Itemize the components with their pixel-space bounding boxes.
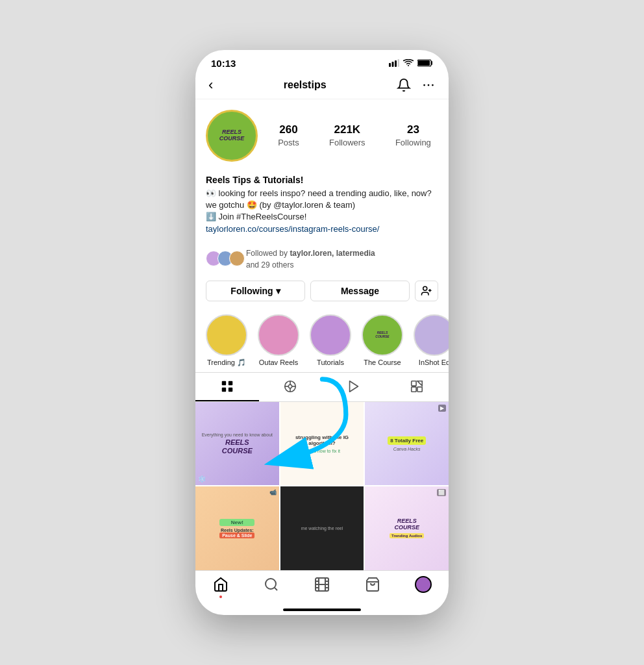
tab-tagged[interactable] <box>386 373 449 401</box>
bio-text: 👀 looking for reels inspo? need a trendi… <box>206 188 438 235</box>
grid-cell-1[interactable]: Everything you need to know about REELSC… <box>195 402 279 486</box>
highlight-circle-trending <box>206 314 247 356</box>
tab-row-container <box>195 372 449 402</box>
svg-rect-23 <box>412 381 416 385</box>
profile-header: REELS COURSE 260 Posts 221K Followers 23… <box>206 110 438 162</box>
svg-rect-3 <box>398 59 400 67</box>
home-dot <box>219 596 222 598</box>
highlights-row: Trending 🎵 Outav Reels Tutorials REELSCO… <box>195 309 449 372</box>
battery-icon <box>417 59 433 67</box>
svg-rect-5 <box>418 60 430 66</box>
home-indicator-bar <box>283 609 361 611</box>
reel-badge-4: 📹 <box>269 489 277 496</box>
nav-icons <box>397 78 436 92</box>
highlight-circle-course: REELSCOURSE <box>362 314 403 356</box>
svg-rect-15 <box>229 388 232 392</box>
stats-row: 260 Posts 221K Followers 23 Following <box>271 123 438 148</box>
home-indicator <box>195 606 449 615</box>
followed-by[interactable]: Followed by taylor.loren, latermediaand … <box>195 242 449 275</box>
bottom-nav-profile[interactable] <box>398 576 449 593</box>
svg-point-17 <box>289 384 293 388</box>
nav-bar: ‹ reelstips <box>195 71 449 99</box>
following-button[interactable]: Following ▾ <box>206 281 305 301</box>
bio-section: Reels Tips & Tutorials! 👀 looking for re… <box>195 175 449 242</box>
svg-rect-14 <box>222 388 226 392</box>
bell-icon[interactable] <box>397 78 411 92</box>
followers-stat[interactable]: 221K Followers <box>329 123 365 148</box>
svg-rect-25 <box>417 387 422 392</box>
tab-row <box>195 372 449 402</box>
grid-cell-6[interactable]: REELSCOURSE Trending Audios ⬜ <box>365 486 449 570</box>
svg-point-27 <box>266 579 276 589</box>
highlight-outav[interactable]: Outav Reels <box>258 314 299 367</box>
svg-point-8 <box>432 84 434 86</box>
svg-point-9 <box>423 286 427 290</box>
grid-cell-4[interactable]: New! Reels Updates: Pause & Slide 📹 <box>195 486 279 570</box>
following-label: Following <box>395 138 431 147</box>
bottom-nav-search[interactable] <box>246 576 297 593</box>
highlight-trending[interactable]: Trending 🎵 <box>206 314 247 367</box>
followers-label: Followers <box>329 138 365 147</box>
video-badge-3: ▶ <box>438 405 446 412</box>
svg-marker-22 <box>349 381 358 392</box>
svg-rect-12 <box>222 381 226 384</box>
multi-badge-6: ⬜ <box>437 489 446 496</box>
bottom-nav <box>195 570 449 606</box>
tab-reels[interactable] <box>259 373 323 401</box>
avatar[interactable]: REELS COURSE <box>206 110 258 162</box>
status-bar: 10:13 <box>195 50 449 71</box>
grid-section: Everything you need to know about REELSC… <box>195 402 449 570</box>
svg-rect-24 <box>412 387 416 392</box>
highlight-circle-tutorials <box>310 314 351 356</box>
phone-frame: 10:13 ‹ reelstips <box>195 50 449 615</box>
svg-rect-1 <box>392 62 394 67</box>
svg-line-28 <box>275 588 277 590</box>
svg-rect-2 <box>395 60 397 67</box>
tab-play[interactable] <box>322 373 386 401</box>
followed-by-text: Followed by taylor.loren, latermediaand … <box>246 247 375 270</box>
highlight-circle-outav <box>258 314 299 356</box>
bio-link[interactable]: taylorloren.co/courses/instagram-reels-c… <box>206 224 379 234</box>
following-stat[interactable]: 23 Following <box>395 123 431 148</box>
svg-point-7 <box>428 84 430 86</box>
back-button[interactable]: ‹ <box>208 77 213 94</box>
profile-avatar-nav <box>415 576 432 593</box>
grid-cell-5[interactable]: me watching the reel <box>280 486 364 570</box>
svg-point-6 <box>423 84 425 86</box>
tab-grid[interactable] <box>195 373 259 401</box>
signal-icon <box>389 59 399 67</box>
more-icon[interactable] <box>421 78 436 92</box>
followers-count: 221K <box>329 123 365 136</box>
profile-section: REELS COURSE 260 Posts 221K Followers 23… <box>195 99 449 175</box>
follower-avatars <box>206 251 241 266</box>
posts-label: Posts <box>278 138 299 147</box>
bottom-nav-shop[interactable] <box>347 576 398 593</box>
posts-stat[interactable]: 260 Posts <box>278 123 299 148</box>
action-buttons: Following ▾ Message <box>195 275 449 309</box>
highlight-inshot[interactable]: InShot Ed <box>414 314 449 367</box>
highlight-course[interactable]: REELSCOURSE The Course <box>362 314 403 367</box>
highlight-tutorials[interactable]: Tutorials <box>310 314 351 367</box>
bottom-nav-home[interactable] <box>195 576 246 593</box>
svg-rect-0 <box>389 63 391 67</box>
wifi-icon <box>403 59 414 67</box>
message-button[interactable]: Message <box>310 281 410 301</box>
status-icons <box>389 59 433 67</box>
grid-cell-2[interactable]: struggling with the IG algorithm? here's… <box>280 402 364 486</box>
time: 10:13 <box>211 58 236 69</box>
posts-count: 260 <box>278 123 299 136</box>
add-person-button[interactable] <box>415 281 438 301</box>
bottom-nav-reels[interactable] <box>297 576 347 593</box>
profile-username: reelstips <box>284 79 327 91</box>
following-count: 23 <box>395 123 431 136</box>
follower-avatar-3 <box>229 251 245 266</box>
svg-rect-13 <box>229 381 232 384</box>
highlight-circle-inshot <box>414 314 449 356</box>
grid-cell-3[interactable]: 8 Totally Free Canva Hacks ▶ <box>365 402 449 486</box>
bio-name: Reels Tips & Tutorials! <box>206 175 438 185</box>
